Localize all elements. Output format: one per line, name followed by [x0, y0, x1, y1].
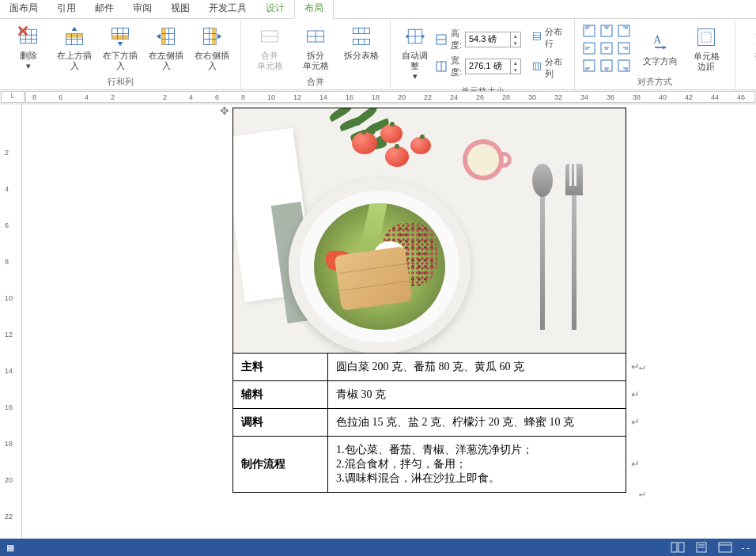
align-bot-right[interactable] — [616, 58, 632, 74]
delete-label: 删除▾ — [20, 51, 37, 71]
insert-below-button[interactable]: 在下方插入 — [98, 22, 142, 73]
ruler-horizontal[interactable]: 8642246810121416182022242628303234363840… — [25, 91, 755, 103]
recipe-value[interactable]: 1.包心菜、番茄、青椒、洋葱洗净切片； 2.混合食材，拌匀，备用； 3.调味料混… — [328, 437, 626, 493]
ribbon-group-merge: 合并 单元格 拆分 单元格 拆分表格 合并 — [241, 19, 391, 89]
view-read-mode[interactable] — [671, 542, 685, 553]
paragraph-mark: ↵ — [631, 388, 640, 401]
page: ✥ — [133, 108, 639, 493]
document-area: 246810121416182022 ✥ — [0, 104, 756, 539]
table-row: 制作流程 1.包心菜、番茄、青椒、洋葱洗净切片； 2.混合食材，拌匀，备用； 3… — [233, 437, 626, 493]
text-direction-label: 文字方向 — [643, 56, 678, 66]
split-cells-button[interactable]: 拆分 单元格 — [293, 22, 338, 73]
cell-margins-button[interactable]: 单元格 边距 — [684, 23, 728, 74]
height-spinner[interactable]: ▴▾ — [465, 32, 521, 47]
svg-marker-18 — [118, 42, 123, 46]
row-height-icon — [435, 33, 448, 46]
svg-rect-26 — [212, 28, 216, 45]
insert-above-button[interactable]: 在上方插入 — [52, 22, 96, 73]
align-top-right[interactable] — [616, 23, 632, 39]
svg-rect-51 — [533, 32, 540, 40]
align-bot-left[interactable] — [581, 58, 597, 74]
table-anchor-icon[interactable]: ✥ — [220, 104, 229, 117]
recipe-table[interactable]: 主料 圆白菜 200 克、番茄 80 克、黄瓜 60 克↵ 辅料 青椒 30 克… — [232, 108, 626, 493]
view-web-layout[interactable] — [718, 542, 732, 553]
group-merge-title: 合并 — [248, 76, 384, 88]
group-alignment-title: 对齐方式 — [581, 76, 728, 88]
width-down[interactable]: ▾ — [511, 66, 520, 74]
cell-margins-label: 单元格 边距 — [694, 51, 720, 72]
distribute-rows-icon — [532, 32, 542, 44]
text-direction-button[interactable]: A 文字方向 — [638, 28, 682, 68]
align-top-left[interactable] — [581, 23, 597, 39]
tab-page-layout[interactable]: 面布局 — [0, 0, 47, 18]
paragraph-mark: ↵ — [639, 487, 645, 499]
align-mid-right[interactable] — [616, 40, 632, 56]
tab-view[interactable]: 视图 — [161, 0, 199, 18]
delete-button[interactable]: 删除▾ — [6, 22, 51, 73]
insert-above-icon — [62, 24, 87, 49]
recipe-label[interactable]: 辅料 — [233, 381, 328, 409]
sort-button[interactable]: AZ 排序 — [742, 22, 756, 62]
recipe-value[interactable]: 色拉油 15 克、盐 2 克、柠檬汁 20 克、蜂蜜 10 克↵ — [328, 409, 626, 437]
view-print-layout[interactable] — [694, 542, 709, 553]
align-top-center[interactable] — [599, 23, 614, 39]
insert-left-button[interactable]: 在左侧插入 — [144, 22, 188, 73]
svg-rect-95 — [679, 543, 684, 552]
tab-design[interactable]: 设计 — [256, 0, 294, 18]
zoom-indicator[interactable]: - - — [742, 543, 750, 552]
insert-right-button[interactable]: 在右侧插入 — [190, 22, 234, 73]
height-input[interactable] — [466, 35, 510, 44]
recipe-value[interactable]: 青椒 30 克↵ — [328, 381, 626, 409]
svg-rect-8 — [66, 34, 83, 38]
width-input[interactable] — [466, 62, 510, 71]
group-data-title — [742, 78, 756, 88]
tab-layout[interactable]: 布局 — [294, 0, 334, 19]
tab-developer[interactable]: 开发工具 — [199, 0, 256, 18]
distribute-cols-label: 分布列 — [545, 56, 565, 80]
height-down[interactable]: ▾ — [511, 40, 520, 47]
table-row: 调料 色拉油 15 克、盐 2 克、柠檬汁 20 克、蜂蜜 10 克↵ — [233, 409, 626, 437]
recipe-value[interactable]: 圆白菜 200 克、番茄 80 克、黄瓜 60 克↵ — [328, 354, 626, 381]
svg-rect-72 — [618, 43, 629, 54]
ruler-corner[interactable]: L — [1, 91, 25, 103]
table-row: 辅料 青椒 30 克↵ — [233, 381, 626, 409]
width-spinner[interactable]: ▴▾ — [465, 59, 521, 74]
recipe-label[interactable]: 主料 — [233, 354, 328, 381]
merge-cells-label: 合并 单元格 — [257, 51, 283, 71]
insert-below-icon — [108, 24, 133, 49]
paragraph-mark: ↵ — [639, 361, 645, 373]
autofit-icon — [403, 24, 428, 49]
recipe-label[interactable]: 调料 — [233, 409, 328, 437]
autofit-label: 自动调整▾ — [399, 51, 432, 82]
ribbon-group-data: AZ 排序 f — [735, 19, 756, 89]
align-bot-center[interactable] — [599, 58, 614, 74]
height-up[interactable]: ▴ — [511, 32, 520, 40]
distribute-rows-button[interactable]: 分布行 — [529, 25, 568, 51]
split-table-icon — [349, 24, 374, 49]
tab-references[interactable]: 引用 — [47, 0, 85, 18]
align-mid-left[interactable] — [581, 40, 597, 56]
distribute-cols-button[interactable]: 分布列 — [529, 55, 568, 81]
tab-review[interactable]: 审阅 — [123, 0, 161, 18]
recipe-label[interactable]: 制作流程 — [233, 437, 328, 493]
align-mid-center[interactable] — [599, 40, 614, 56]
sort-icon: AZ — [751, 24, 756, 49]
status-macro-icon[interactable]: ▦ — [6, 543, 14, 552]
width-up[interactable]: ▴ — [511, 59, 520, 66]
width-label: 宽度: — [451, 55, 462, 78]
ruler-vertical[interactable]: 246810121416182022 — [0, 104, 22, 539]
svg-marker-45 — [406, 34, 409, 38]
height-label: 高度: — [451, 28, 462, 51]
insert-left-icon — [153, 24, 179, 49]
col-width-icon — [435, 60, 448, 73]
merge-cells-button[interactable]: 合并 单元格 — [248, 22, 292, 73]
page-scroll[interactable]: ✥ — [22, 104, 756, 539]
autofit-button[interactable]: 自动调整▾ — [397, 22, 433, 84]
recipe-image-cell[interactable] — [233, 108, 626, 354]
insert-right-icon — [199, 24, 225, 49]
tab-mailings[interactable]: 邮件 — [85, 0, 123, 18]
svg-rect-14 — [112, 35, 129, 39]
svg-marker-12 — [72, 27, 77, 31]
split-table-button[interactable]: 拆分表格 — [339, 22, 384, 62]
paragraph-mark: ↵ — [631, 416, 640, 429]
